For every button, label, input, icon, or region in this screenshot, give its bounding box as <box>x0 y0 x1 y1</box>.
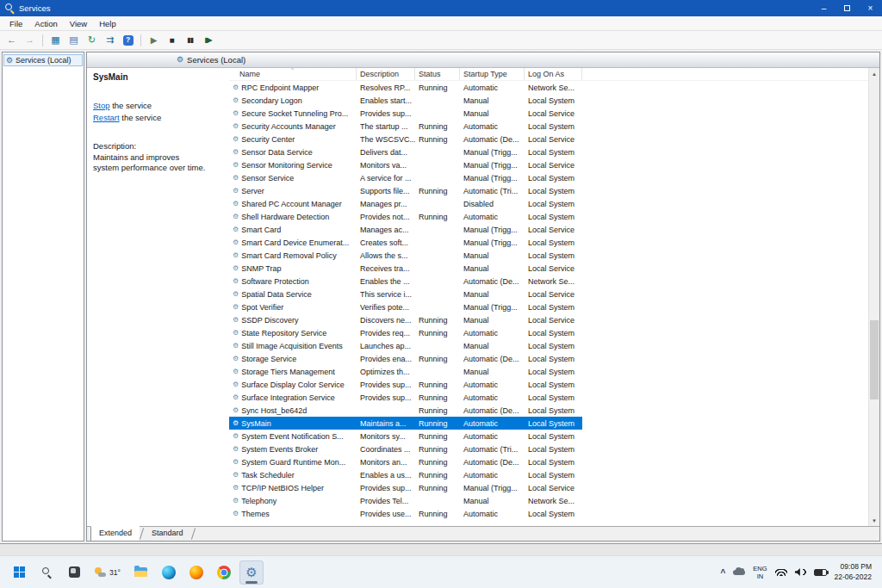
table-row[interactable]: ⚙Shell Hardware DetectionProvides not...… <box>229 210 582 223</box>
column-header-log-on-as[interactable]: Log On As <box>525 68 582 80</box>
table-row[interactable]: ⚙Spot VerifierVerifies pote...Manual (Tr… <box>229 300 582 313</box>
task-view-button[interactable] <box>62 560 86 585</box>
stop-service-link[interactable]: Stop <box>93 101 110 110</box>
menu-help[interactable]: Help <box>93 18 122 29</box>
table-row[interactable]: ⚙System Guard Runtime Mon...Monitors an.… <box>229 455 582 468</box>
table-row[interactable]: ⚙Secure Socket Tunneling Pro...Provides … <box>229 107 582 120</box>
file-explorer-button[interactable] <box>129 560 153 585</box>
cell-logon: Local System <box>525 510 582 518</box>
menu-action[interactable]: Action <box>28 18 63 29</box>
column-header-description[interactable]: Description <box>357 68 415 80</box>
table-row[interactable]: ⚙Still Image Acquisition EventsLaunches … <box>229 339 582 352</box>
cell-name: ⚙Surface Display Color Service <box>229 381 357 389</box>
language-line1: ENG <box>753 565 767 573</box>
table-row[interactable]: ⚙ServerSupports file...RunningAutomatic … <box>229 184 582 197</box>
minimize-button[interactable]: – <box>812 0 835 16</box>
cell-startup: Manual (Trigg... <box>460 303 525 312</box>
table-row[interactable]: ⚙Software ProtectionEnables the ...Autom… <box>229 275 582 288</box>
cell-logon: Network Se... <box>525 277 582 286</box>
tab-standard[interactable]: Standard <box>144 527 191 541</box>
show-console-tree-button[interactable]: ▦ <box>47 33 64 48</box>
scroll-down-icon[interactable]: ▼ <box>869 515 879 526</box>
volume-icon[interactable] <box>795 568 806 576</box>
service-gear-icon: ⚙ <box>233 188 239 195</box>
clock[interactable]: 09:08 PM22-06-2022 <box>835 562 872 581</box>
table-row[interactable]: ⚙Secondary LogonEnables start...ManualLo… <box>229 94 582 107</box>
table-row[interactable]: ⚙Storage Tiers ManagementOptimizes th...… <box>229 365 582 378</box>
battery-icon[interactable] <box>814 569 827 576</box>
table-row[interactable]: ⚙Surface Integration ServiceProvides sup… <box>229 391 582 404</box>
table-row[interactable]: ⚙Security CenterThe WSCSVC...RunningAuto… <box>229 133 582 145</box>
chrome-button[interactable] <box>212 560 236 585</box>
weather-widget[interactable]: 31° <box>90 560 126 585</box>
table-row[interactable]: ⚙RPC Endpoint MapperResolves RP...Runnin… <box>229 81 582 94</box>
cell-name: ⚙Themes <box>229 510 357 518</box>
restart-service-link[interactable]: Restart <box>93 113 120 122</box>
column-header-startup-type[interactable]: Startup Type <box>460 68 525 80</box>
console-tree-panel: ⚙ Services (Local) <box>2 52 84 542</box>
taskbar-search-button[interactable] <box>34 560 59 585</box>
cell-status: Running <box>415 432 460 441</box>
table-row[interactable]: ⚙SysMainMaintains a...RunningAutomaticLo… <box>229 417 582 430</box>
table-row[interactable]: ⚙Sensor Data ServiceDelivers dat...Manua… <box>229 145 582 158</box>
firefox-button[interactable] <box>184 560 208 585</box>
cell-name: ⚙Storage Tiers Management <box>229 368 357 376</box>
menu-file[interactable]: File <box>3 18 28 29</box>
table-row[interactable]: ⚙Security Accounts ManagerThe startup ..… <box>229 120 582 133</box>
help-button[interactable]: ? <box>120 33 136 48</box>
scrollbar-thumb[interactable] <box>870 320 879 399</box>
table-row[interactable]: ⚙Smart CardManages ac...Manual (Trigg...… <box>229 223 582 236</box>
wifi-icon[interactable] <box>775 569 787 576</box>
tab-extended[interactable]: Extended <box>90 526 140 541</box>
cell-desc: Provides sup... <box>357 484 415 492</box>
table-row[interactable]: ⚙SNMP TrapReceives tra...ManualLocal Ser… <box>229 262 582 275</box>
services-taskbar-button[interactable]: ⚙ <box>239 560 264 585</box>
restart-service-button[interactable]: ▮▶ <box>200 33 216 48</box>
start-button[interactable] <box>7 560 31 585</box>
search-icon <box>41 566 53 578</box>
cell-startup: Manual (Trigg... <box>460 226 525 234</box>
table-row[interactable]: ⚙Smart Card Device Enumerat...Creates so… <box>229 236 582 249</box>
table-row[interactable]: ⚙ThemesProvides use...RunningAutomaticLo… <box>229 507 582 520</box>
back-button[interactable]: ← <box>3 33 20 48</box>
table-row[interactable]: ⚙State Repository ServiceProvides req...… <box>229 326 582 339</box>
stop-service-suffix: the service <box>110 101 152 110</box>
forward-button[interactable]: → <box>22 33 38 48</box>
menu-view[interactable]: View <box>64 18 93 29</box>
pause-service-button[interactable]: ▮▮ <box>182 33 198 48</box>
table-row[interactable]: ⚙SSDP DiscoveryDiscovers ne...RunningMan… <box>229 313 582 326</box>
table-row[interactable]: ⚙Sync Host_be642dRunningAutomatic (De...… <box>229 404 582 417</box>
export-list-button[interactable]: ⇉ <box>102 33 118 48</box>
table-row[interactable]: ⚙Shared PC Account ManagerManages pr...D… <box>229 197 582 210</box>
cell-startup: Manual (Trigg... <box>460 484 525 492</box>
table-row[interactable]: ⚙Storage ServiceProvides ena...RunningAu… <box>229 352 582 365</box>
start-service-button[interactable]: ▶ <box>146 33 162 48</box>
table-row[interactable]: ⚙System Event Notification S...Monitors … <box>229 430 582 443</box>
scroll-up-icon[interactable]: ▲ <box>869 68 879 79</box>
onedrive-cloud-icon[interactable] <box>733 570 745 575</box>
column-header-name[interactable]: ^Name <box>229 68 357 80</box>
table-row[interactable]: ⚙Sensor ServiceA service for ...Manual (… <box>229 171 582 184</box>
refresh-button[interactable]: ↻ <box>84 33 100 48</box>
service-gear-icon: ⚙ <box>233 394 239 401</box>
table-row[interactable]: ⚙Sensor Monitoring ServiceMonitors va...… <box>229 158 582 171</box>
edge-button[interactable] <box>157 560 181 585</box>
maximize-button[interactable] <box>835 0 859 16</box>
cell-logon: Local System <box>525 458 582 467</box>
vertical-scrollbar[interactable]: ▲ ▼ <box>868 68 879 526</box>
table-row[interactable]: ⚙Smart Card Removal PolicyAllows the s..… <box>229 249 582 262</box>
close-button[interactable]: × <box>859 0 882 16</box>
column-header-status[interactable]: Status <box>415 68 460 80</box>
stop-service-button[interactable]: ■ <box>164 33 180 48</box>
properties-button[interactable]: ▤ <box>65 33 82 48</box>
table-row[interactable]: ⚙Surface Display Color ServiceProvides s… <box>229 378 582 391</box>
table-row[interactable]: ⚙TelephonyProvides Tel...ManualNetwork S… <box>229 494 582 507</box>
tree-item-services-local[interactable]: ⚙ Services (Local) <box>3 54 83 66</box>
table-row[interactable]: ⚙TCP/IP NetBIOS HelperProvides sup...Run… <box>229 481 582 494</box>
table-row[interactable]: ⚙Task SchedulerEnables a us...RunningAut… <box>229 468 582 481</box>
language-indicator[interactable]: ENGIN <box>753 565 767 580</box>
hidden-icons-chevron[interactable]: ^ <box>720 568 725 578</box>
cell-logon: Local Service <box>525 290 582 299</box>
table-row[interactable]: ⚙System Events BrokerCoordinates ...Runn… <box>229 443 582 455</box>
table-row[interactable]: ⚙Spatial Data ServiceThis service i...Ma… <box>229 288 582 300</box>
